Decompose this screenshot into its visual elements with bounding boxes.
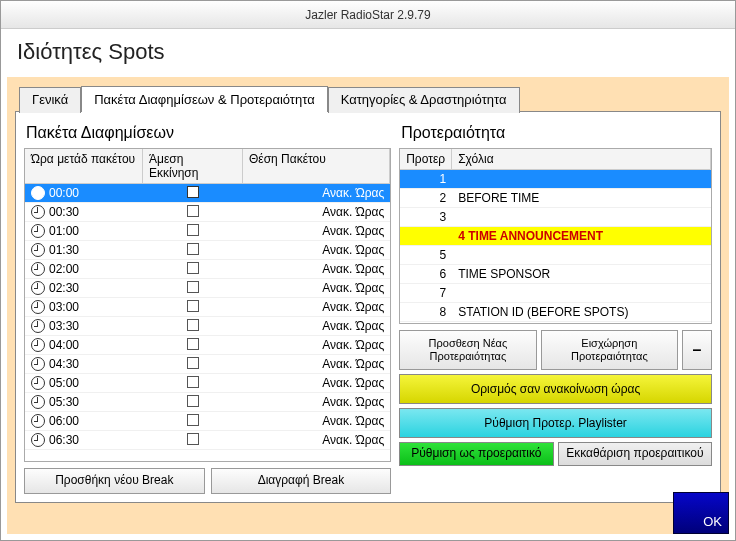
clock-icon: [31, 281, 45, 295]
instant-checkbox[interactable]: [187, 395, 199, 407]
remove-priority-button[interactable]: –: [682, 330, 712, 370]
table-row[interactable]: 04:00Ανακ. Ώρας: [25, 336, 390, 355]
insert-priority-button[interactable]: Εισχώρηση Προτεραιότητας: [541, 330, 678, 370]
instant-checkbox[interactable]: [187, 186, 199, 198]
table-row[interactable]: 06:30Ανακ. Ώρας: [25, 431, 390, 450]
time-cell: 04:00: [49, 338, 79, 352]
add-priority-button[interactable]: Προσθεση Νέας Προτεραιότητας: [399, 330, 536, 370]
time-cell: 06:30: [49, 433, 79, 447]
tab-panel: Πακέτα Διαφημίσεων Ώρα μετάδ πακέτου Άμε…: [15, 111, 721, 503]
instant-checkbox[interactable]: [187, 262, 199, 274]
clock-icon: [31, 433, 45, 447]
time-cell: 06:00: [49, 414, 79, 428]
table-row[interactable]: 03:00Ανακ. Ώρας: [25, 298, 390, 317]
time-cell: 05:30: [49, 395, 79, 409]
priority-comment: TIME SPONSOR: [452, 267, 711, 281]
position-cell: Ανακ. Ώρας: [243, 262, 390, 276]
add-break-button[interactable]: Προσθήκη νέου Break: [24, 468, 205, 494]
instant-checkbox[interactable]: [187, 376, 199, 388]
instant-checkbox[interactable]: [187, 224, 199, 236]
packages-buttons: Προσθήκη νέου Break Διαγραφή Break: [24, 462, 391, 494]
position-cell: Ανακ. Ώρας: [243, 243, 390, 257]
clock-icon: [31, 186, 45, 200]
table-row[interactable]: 5: [400, 246, 711, 265]
col-prio-header[interactable]: Προτερ: [400, 149, 452, 169]
clock-icon: [31, 414, 45, 428]
position-cell: Ανακ. Ώρας: [243, 414, 390, 428]
clear-optional-button[interactable]: Εκκαθάριση προεραιτικού: [558, 442, 712, 466]
position-cell: Ανακ. Ώρας: [243, 300, 390, 314]
priority-comment: STATION ID (BEFORE SPOTS): [452, 305, 711, 319]
table-row[interactable]: 2BEFORE TIME: [400, 189, 711, 208]
priority-body[interactable]: 12BEFORE TIME34 TIME ANNOUNCEMENT56TIME …: [400, 170, 711, 323]
packages-header: Ώρα μετάδ πακέτου Άμεση Εκκίνηση Θέση Πα…: [25, 149, 390, 184]
instant-checkbox[interactable]: [187, 205, 199, 217]
time-cell: 05:00: [49, 376, 79, 390]
set-optional-button[interactable]: Ρύθμιση ως προεραιτικό: [399, 442, 553, 466]
position-cell: Ανακ. Ώρας: [243, 338, 390, 352]
tab-strip: Γενικά Πακέτα Διαφημίσεων & Προτεραιότητ…: [19, 85, 721, 111]
tab-packages[interactable]: Πακέτα Διαφημίσεων & Προτεραιότητα: [81, 86, 328, 112]
app-window: Jazler RadioStar 2.9.79 Ιδιότητες Spots …: [0, 0, 736, 541]
position-cell: Ανακ. Ώρας: [243, 376, 390, 390]
table-row[interactable]: 04:30Ανακ. Ώρας: [25, 355, 390, 374]
delete-break-button[interactable]: Διαγραφή Break: [211, 468, 392, 494]
table-row[interactable]: 6TIME SPONSOR: [400, 265, 711, 284]
table-row[interactable]: 01:30Ανακ. Ώρας: [25, 241, 390, 260]
playlister-priority-button[interactable]: Ρύθμιση Προτερ. Playlister: [399, 408, 712, 438]
table-row[interactable]: 7: [400, 284, 711, 303]
instant-checkbox[interactable]: [187, 300, 199, 312]
clock-icon: [31, 224, 45, 238]
instant-checkbox[interactable]: [187, 357, 199, 369]
ok-button[interactable]: OK: [673, 492, 729, 534]
instant-checkbox[interactable]: [187, 281, 199, 293]
position-cell: Ανακ. Ώρας: [243, 433, 390, 447]
table-row[interactable]: 02:00Ανακ. Ώρας: [25, 260, 390, 279]
position-cell: Ανακ. Ώρας: [243, 186, 390, 200]
table-row[interactable]: 05:00Ανακ. Ώρας: [25, 374, 390, 393]
table-row[interactable]: 3: [400, 208, 711, 227]
col-pos-header[interactable]: Θέση Πακέτου: [243, 149, 390, 183]
table-row[interactable]: 01:00Ανακ. Ώρας: [25, 222, 390, 241]
clock-icon: [31, 319, 45, 333]
table-row[interactable]: 4 TIME ANNOUNCEMENT: [400, 227, 711, 246]
table-row[interactable]: 00:30Ανακ. Ώρας: [25, 203, 390, 222]
col-time-header[interactable]: Ώρα μετάδ πακέτου: [25, 149, 143, 183]
col-comment-header[interactable]: Σχόλια: [452, 149, 711, 169]
priority-comment: BEFORE TIME: [452, 191, 711, 205]
priority-comment: 4 TIME ANNOUNCEMENT: [452, 229, 711, 243]
clock-icon: [31, 243, 45, 257]
time-cell: 00:00: [49, 186, 79, 200]
instant-checkbox[interactable]: [187, 338, 199, 350]
clock-icon: [31, 357, 45, 371]
table-row[interactable]: 1: [400, 170, 711, 189]
priority-number: 3: [400, 210, 452, 224]
instant-checkbox[interactable]: [187, 414, 199, 426]
instant-checkbox[interactable]: [187, 433, 199, 445]
col-instant-header[interactable]: Άμεση Εκκίνηση: [143, 149, 243, 183]
table-row[interactable]: 00:00Ανακ. Ώρας: [25, 184, 390, 203]
titlebar: Jazler RadioStar 2.9.79: [1, 1, 735, 29]
time-cell: 01:00: [49, 224, 79, 238]
position-cell: Ανακ. Ώρας: [243, 395, 390, 409]
packages-body[interactable]: 00:00Ανακ. Ώρας00:30Ανακ. Ώρας01:00Ανακ.…: [25, 184, 390, 461]
packages-section: Πακέτα Διαφημίσεων Ώρα μετάδ πακέτου Άμε…: [24, 120, 391, 494]
position-cell: Ανακ. Ώρας: [243, 281, 390, 295]
table-row[interactable]: 05:30Ανακ. Ώρας: [25, 393, 390, 412]
instant-checkbox[interactable]: [187, 319, 199, 331]
set-announcement-button[interactable]: Ορισμός σαν ανακοίνωση ώρας: [399, 374, 712, 404]
table-row[interactable]: 8STATION ID (BEFORE SPOTS): [400, 303, 711, 322]
priority-number: 7: [400, 286, 452, 300]
tab-categories[interactable]: Κατηγορίες & Δραστηριότητα: [328, 87, 520, 113]
table-row[interactable]: 03:30Ανακ. Ώρας: [25, 317, 390, 336]
priority-number: 8: [400, 305, 452, 319]
table-row[interactable]: 02:30Ανακ. Ώρας: [25, 279, 390, 298]
instant-checkbox[interactable]: [187, 243, 199, 255]
tab-general[interactable]: Γενικά: [19, 87, 81, 113]
time-cell: 04:30: [49, 357, 79, 371]
window-title: Jazler RadioStar 2.9.79: [305, 8, 430, 22]
table-row[interactable]: 06:00Ανακ. Ώρας: [25, 412, 390, 431]
packages-table: Ώρα μετάδ πακέτου Άμεση Εκκίνηση Θέση Πα…: [24, 148, 391, 462]
time-cell: 02:30: [49, 281, 79, 295]
priority-table: Προτερ Σχόλια 12BEFORE TIME34 TIME ANNOU…: [399, 148, 712, 324]
